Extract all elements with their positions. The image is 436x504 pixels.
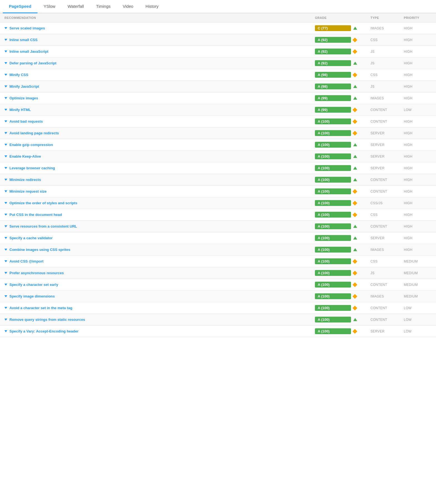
row-name[interactable]: Minimize redirects: [4, 175, 315, 185]
type-label: JS: [370, 50, 404, 54]
expand-arrow-icon[interactable]: [4, 39, 7, 41]
grade-bar: A (100): [315, 317, 351, 322]
grade-cell: A (92): [315, 60, 370, 66]
grade-bar: A (99): [315, 95, 351, 101]
row-name[interactable]: Minimize request size: [4, 187, 315, 196]
priority-label: HIGH: [404, 38, 432, 42]
row-name[interactable]: Specify image dimensions: [4, 291, 315, 301]
tab-yslow[interactable]: YSlow: [37, 0, 62, 13]
recommendation-label: Leverage browser caching: [9, 166, 55, 170]
expand-arrow-icon[interactable]: [4, 260, 7, 262]
row-name[interactable]: Serve resources from a consistent URL: [4, 221, 315, 231]
grade-cell: A (100): [315, 130, 370, 136]
expand-arrow-icon[interactable]: [4, 51, 7, 52]
row-name[interactable]: Serve scaled images: [4, 23, 315, 33]
tab-waterfall[interactable]: Waterfall: [61, 0, 90, 13]
row-name[interactable]: Inline small JavaScript: [4, 47, 315, 56]
expand-arrow-icon[interactable]: [4, 319, 7, 321]
expand-arrow-icon[interactable]: [4, 249, 7, 251]
priority-label: HIGH: [404, 120, 432, 124]
priority-label: HIGH: [404, 73, 432, 77]
expand-arrow-icon[interactable]: [4, 225, 7, 227]
row-name[interactable]: Avoid landing page redirects: [4, 128, 315, 138]
expand-arrow-icon[interactable]: [4, 155, 7, 157]
tab-video[interactable]: Video: [117, 0, 139, 13]
priority-label: HIGH: [404, 236, 432, 240]
type-label: CONTENT: [370, 178, 404, 182]
row-name[interactable]: Avoid CSS @import: [4, 256, 315, 266]
expand-arrow-icon[interactable]: [4, 272, 7, 274]
recommendation-label: Inline small CSS: [9, 38, 37, 42]
up-arrow-icon: [353, 85, 357, 88]
priority-label: HIGH: [404, 26, 432, 30]
row-name[interactable]: Minify HTML: [4, 105, 315, 115]
row-name[interactable]: Minify JavaScript: [4, 82, 315, 91]
expand-arrow-icon[interactable]: [4, 97, 7, 99]
type-label: IMAGES: [370, 248, 404, 252]
row-name[interactable]: Specify a character set early: [4, 280, 315, 289]
type-label: CONTENT: [370, 306, 404, 310]
priority-label: LOW: [404, 108, 432, 112]
expand-arrow-icon[interactable]: [4, 74, 7, 76]
recommendation-label: Optimize the order of styles and scripts: [9, 201, 77, 205]
row-name[interactable]: Optimize the order of styles and scripts: [4, 198, 315, 208]
expand-arrow-icon[interactable]: [4, 295, 7, 297]
tab-pagespeed[interactable]: PageSpeed: [3, 0, 37, 13]
expand-arrow-icon[interactable]: [4, 307, 7, 309]
row-name[interactable]: Minify CSS: [4, 70, 315, 80]
row-name[interactable]: Defer parsing of JavaScript: [4, 58, 315, 68]
row-name[interactable]: Put CSS in the document head: [4, 210, 315, 220]
row-name[interactable]: Remove query strings from static resourc…: [4, 315, 315, 324]
expand-arrow-icon[interactable]: [4, 144, 7, 146]
row-name[interactable]: Specify a Vary: Accept-Encoding header: [4, 326, 315, 336]
expand-arrow-icon[interactable]: [4, 237, 7, 239]
diamond-icon: [353, 271, 357, 275]
recommendation-label: Serve resources from a consistent URL: [9, 224, 77, 228]
row-name[interactable]: Avoid a character set in the meta tag: [4, 303, 315, 313]
grade-bar: A (98): [315, 84, 351, 89]
expand-arrow-icon[interactable]: [4, 284, 7, 286]
row-name[interactable]: Combine images using CSS sprites: [4, 245, 315, 254]
grade-cell: A (100): [315, 142, 370, 148]
tab-bar: PageSpeedYSlowWaterfallTimingsVideoHisto…: [0, 0, 436, 13]
row-name[interactable]: Prefer asynchronous resources: [4, 268, 315, 278]
up-arrow-icon: [353, 27, 357, 30]
expand-arrow-icon[interactable]: [4, 62, 7, 64]
recommendation-label: Specify a Vary: Accept-Encoding header: [9, 329, 79, 333]
expand-arrow-icon[interactable]: [4, 132, 7, 134]
grade-bar: C (77): [315, 25, 351, 31]
expand-arrow-icon[interactable]: [4, 330, 7, 332]
recommendation-label: Minify HTML: [9, 108, 31, 112]
type-label: CSS: [370, 259, 404, 263]
recommendation-label: Serve scaled images: [9, 26, 45, 30]
type-label: CONTENT: [370, 225, 404, 228]
row-name[interactable]: Enable gzip compression: [4, 140, 315, 150]
expand-arrow-icon[interactable]: [4, 27, 7, 29]
grade-cell: A (100): [315, 153, 370, 159]
row-name[interactable]: Enable Keep-Alive: [4, 152, 315, 161]
row-name[interactable]: Optimize images: [4, 93, 315, 103]
recommendation-label: Optimize images: [9, 96, 38, 100]
recommendation-label: Enable Keep-Alive: [9, 154, 41, 158]
table-row: Specify image dimensionsA (100)IMAGESMED…: [0, 291, 436, 302]
expand-arrow-icon[interactable]: [4, 190, 7, 192]
priority-label: HIGH: [404, 248, 432, 252]
tab-timings[interactable]: Timings: [90, 0, 117, 13]
grade-bar: A (100): [315, 153, 351, 159]
grade-bar: A (100): [315, 247, 351, 253]
type-label: JS: [370, 271, 404, 275]
row-name[interactable]: Specify a cache validator: [4, 233, 315, 243]
row-name[interactable]: Leverage browser caching: [4, 163, 315, 173]
type-label: CONTENT: [370, 190, 404, 193]
expand-arrow-icon[interactable]: [4, 214, 7, 216]
expand-arrow-icon[interactable]: [4, 202, 7, 204]
expand-arrow-icon[interactable]: [4, 120, 7, 122]
expand-arrow-icon[interactable]: [4, 167, 7, 169]
tab-history[interactable]: History: [139, 0, 165, 13]
recommendation-label: Specify a character set early: [9, 283, 58, 287]
expand-arrow-icon[interactable]: [4, 85, 7, 87]
expand-arrow-icon[interactable]: [4, 109, 7, 111]
expand-arrow-icon[interactable]: [4, 179, 7, 181]
row-name[interactable]: Inline small CSS: [4, 35, 315, 45]
row-name[interactable]: Avoid bad requests: [4, 117, 315, 126]
